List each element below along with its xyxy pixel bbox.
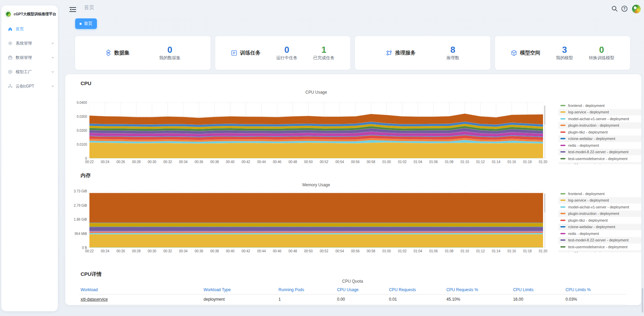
stat-label: 我的数据集 (159, 55, 181, 61)
legend-swatch (560, 226, 565, 227)
sidebar-item-1[interactable]: 系统管理 (1, 36, 58, 50)
x-tick-label: 01:12 (473, 249, 488, 253)
x-tick-label: 00:58 (363, 249, 378, 253)
legend-item[interactable]: frontend - deployment (558, 102, 641, 109)
x-tick-label: 01:14 (489, 249, 504, 253)
table-column-header[interactable]: Workload Type (202, 285, 277, 295)
legend-item[interactable]: test-model-8.22-server - deployment (558, 237, 641, 244)
x-tick-label: 00:26 (113, 249, 128, 253)
cpu-detail-section-title: CPU详情 (81, 271, 102, 278)
cluster-icon (8, 84, 13, 89)
legend-swatch (560, 200, 565, 201)
x-tick-label: 00:44 (254, 160, 269, 164)
legend-item[interactable]: plugin-tikz - deployment (558, 217, 641, 224)
page-scrollbar[interactable] (642, 288, 643, 313)
legend-label: test00-server - deployment (568, 251, 613, 252)
legend-item[interactable]: log-service - deployment (558, 197, 641, 204)
stat-card-1[interactable]: 训练任务0运行中任务1已完成任务 (215, 36, 351, 70)
table-cell: 45.10% (445, 295, 512, 304)
table-column-header[interactable]: CPU Requests (388, 285, 445, 295)
x-tick-label: 00:52 (317, 160, 332, 164)
legend-item[interactable]: test-model-8.22-server - deployment (558, 149, 641, 156)
cpu-usage-chart[interactable] (89, 102, 543, 158)
chevron-down-icon (51, 42, 54, 45)
table-column-header[interactable]: Workload (79, 285, 202, 295)
legend-item[interactable]: test00-server - deployment (558, 162, 641, 164)
legend-item[interactable]: test00-server - deployment (558, 250, 641, 253)
legend-item[interactable]: test-usermodelservice - deployment (558, 155, 641, 162)
legend-label: rclone-webdav - deployment (568, 225, 615, 229)
task-icon (231, 50, 237, 56)
y-tick-label: 1.86 GiB (66, 218, 87, 221)
sidebar-item-0[interactable]: 首页 (1, 22, 58, 36)
stat-value: 8 (451, 45, 455, 54)
sidebar-item-3[interactable]: 模型工厂 (1, 65, 58, 79)
legend-label: redis - deployment (568, 143, 599, 147)
x-tick-label: 01:04 (410, 249, 425, 253)
x-tick-label: 00:56 (348, 160, 363, 164)
app-logo-icon (5, 11, 12, 18)
legend-swatch (560, 220, 565, 221)
stat-card-0[interactable]: 数据集0我的数据集 (75, 36, 210, 70)
legend-item[interactable]: redis - deployment (558, 142, 641, 149)
table-column-header[interactable]: CPU Usage (336, 285, 388, 295)
legend-swatch (560, 145, 565, 146)
chevron-down-icon (51, 84, 54, 88)
legend-item[interactable]: rclone-webdav - deployment (558, 224, 641, 231)
legend-swatch (560, 151, 565, 153)
x-tick-label: 01:06 (426, 160, 441, 164)
dataset-icon (105, 50, 112, 56)
legend-swatch (560, 125, 565, 126)
stat-card-3[interactable]: 模型空间3我的模型0转换训练模型 (495, 36, 630, 70)
x-tick-label: 01:16 (504, 160, 519, 164)
workload-link[interactable]: xitl-dataservice (81, 297, 108, 302)
legend-label: test-model-8.22-server - deployment (568, 150, 628, 154)
stat-value: 0 (599, 45, 604, 54)
user-avatar[interactable] (632, 5, 641, 13)
x-tick-label: 00:32 (160, 160, 175, 164)
stat-value: 3 (562, 45, 567, 54)
table-cell: 0.03% (564, 295, 626, 304)
legend-swatch (560, 193, 565, 194)
table-column-header[interactable]: CPU Limits (512, 285, 564, 295)
sidebar-item-4[interactable]: 云创cGPT (1, 79, 58, 93)
legend-item[interactable]: redis - deployment (558, 230, 641, 237)
table-column-header[interactable]: CPU Requests % (445, 285, 512, 295)
cpu-chart-title: CPU Usage (89, 90, 543, 95)
legend-item[interactable]: log-service - deployment (558, 109, 641, 116)
cpu-legend-scrollbar[interactable] (544, 106, 545, 159)
memory-usage-chart[interactable] (89, 191, 543, 248)
legend-item[interactable]: plugin-tikz - deployment (558, 129, 641, 136)
x-tick-label: 01:12 (473, 160, 488, 164)
legend-label: redis - deployment (568, 232, 599, 236)
home-icon (8, 27, 13, 31)
legend-swatch (560, 158, 565, 159)
table-column-header[interactable]: CPU Limits % (564, 285, 626, 295)
sidebar-item-2[interactable]: 数据管理 (1, 50, 58, 65)
legend-item[interactable]: frontend - deployment (558, 190, 641, 197)
sidebar-collapse-icon[interactable] (69, 7, 76, 12)
stat-card-2[interactable]: 推理服务8推理数 (355, 36, 490, 70)
tab-home-label: 首页 (84, 21, 92, 27)
tab-home[interactable]: 首页 (75, 18, 97, 29)
x-tick-label: 00:54 (332, 160, 347, 164)
y-tick-label: 0.0100 (66, 143, 87, 146)
factory-icon (8, 69, 13, 74)
sidebar-item-label: 数据管理 (16, 55, 48, 61)
legend-swatch (560, 118, 565, 120)
search-icon[interactable] (611, 5, 618, 12)
legend-item[interactable]: plugin-instruction - deployment (558, 122, 641, 129)
legend-item[interactable]: model-aichat-v1-server - deployment (558, 204, 641, 210)
memory-legend-scrollbar[interactable] (544, 193, 545, 248)
x-tick-label: 00:26 (113, 160, 128, 164)
legend-item[interactable]: model-aichat-v1-server - deployment (558, 115, 641, 122)
table-header-row: WorkloadWorkload TypeRunning PodsCPU Usa… (79, 285, 626, 295)
legend-item[interactable]: test-usermodelservice - deployment (558, 243, 641, 250)
stats-row: 数据集0我的数据集训练任务0运行中任务1已完成任务推理服务8推理数模型空间3我的… (75, 36, 630, 70)
legend-item[interactable]: plugin-instruction - deployment (558, 210, 641, 217)
legend-item[interactable]: rclone-webdav - deployment (558, 136, 641, 142)
table-column-header[interactable]: Running Pods (277, 285, 336, 295)
help-icon[interactable]: ? (621, 5, 628, 12)
x-tick-label: 00:50 (301, 160, 316, 164)
y-tick-label: 954 MiB (66, 232, 87, 236)
